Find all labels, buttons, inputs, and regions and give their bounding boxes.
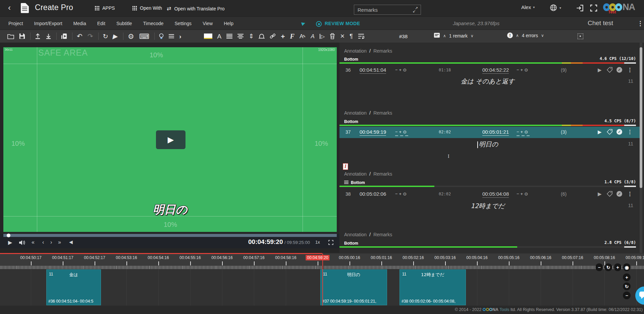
approve-check-icon[interactable]: ✓ xyxy=(616,129,622,135)
kebab-menu-icon[interactable]: ⋮ xyxy=(637,20,643,27)
video-play-button[interactable]: ▶ xyxy=(156,130,185,149)
approve-check-icon[interactable]: ✓ xyxy=(616,67,622,73)
row-kebab-icon[interactable]: ⋮ xyxy=(627,191,633,197)
start-timecode[interactable]: 00:05:02:06 xyxy=(360,191,386,198)
color-swatch-icon[interactable] xyxy=(204,34,212,39)
prev-subtitle-button[interactable]: ◀ xyxy=(69,239,73,245)
save-icon[interactable] xyxy=(19,33,25,39)
zoom-out-button[interactable]: − xyxy=(623,292,631,299)
timeline-zoom-out-button[interactable]: − xyxy=(595,263,603,271)
user-menu[interactable]: Alex ▾ xyxy=(521,4,535,10)
error-counter[interactable]: ! ∧ 4 errors ∨ xyxy=(507,33,544,38)
timeline-subtitle-block[interactable]: 1112時までだ#38 00:05:02:06- 00:05:04:08, xyxy=(399,269,466,305)
start-tc-controls[interactable]: −+⊙ xyxy=(395,191,408,196)
menu-subtitle[interactable]: Subtitle xyxy=(116,21,132,26)
subtitle-row-37-selected[interactable]: 37 00:04:59:19 −+⊙ 02:02 00:05:01:21 −+⊙… xyxy=(339,127,640,138)
tab-remarks[interactable]: Remarks xyxy=(373,171,392,177)
row-kebab-icon[interactable]: ⋮ xyxy=(627,129,633,135)
link-icon[interactable] xyxy=(270,33,276,39)
tab-annotation[interactable]: Annotation xyxy=(344,232,367,237)
playhead-line[interactable] xyxy=(322,254,323,306)
end-timecode[interactable]: 00:05:01:21 xyxy=(482,129,509,136)
menu-import-export[interactable]: Import/Export xyxy=(34,21,62,26)
row-play-icon[interactable]: ▶ xyxy=(598,67,602,73)
upload-icon[interactable] xyxy=(35,33,41,39)
start-timecode[interactable]: 00:04:59:19 xyxy=(360,129,386,136)
start-timecode[interactable]: 00:04:51:04 xyxy=(360,67,386,74)
zoom-in-button[interactable]: + xyxy=(623,273,631,281)
menu-project[interactable]: Project xyxy=(8,21,23,26)
panel-scrollbar[interactable] xyxy=(640,43,642,253)
start-tc-controls[interactable]: −+⊙ xyxy=(395,67,408,72)
row-play-icon[interactable]: ▶ xyxy=(598,129,602,135)
rewind-button[interactable]: « xyxy=(32,239,35,245)
refresh-view-button[interactable]: ↻ xyxy=(623,282,631,290)
expand-toolbar-icon[interactable]: › xyxy=(179,33,181,40)
timeline-subtitle-block[interactable]: 11金は#36 00:04:51:04- 00:04:5 xyxy=(46,269,101,305)
menu-media[interactable]: Media xyxy=(73,21,86,26)
undo-icon[interactable]: ↶ xyxy=(77,33,83,40)
volume-icon[interactable] xyxy=(19,240,25,245)
step-back-button[interactable]: ‹ xyxy=(42,239,44,245)
tag-icon[interactable] xyxy=(607,67,612,73)
playback-speed[interactable]: 1x xyxy=(315,240,320,245)
logout-icon[interactable] xyxy=(576,4,584,12)
remarks-panel[interactable]: Remarks ↗↙ xyxy=(354,5,421,15)
tab-remarks[interactable]: Remarks xyxy=(373,232,392,237)
vertical-position-icon[interactable]: ⇕ xyxy=(249,33,254,39)
refresh-icon[interactable]: ↻ xyxy=(103,33,108,40)
jet-icon[interactable]: ▶ xyxy=(301,20,306,26)
end-timecode[interactable]: 00:05:04:08 xyxy=(482,191,509,198)
end-tc-controls[interactable]: −+⊙ xyxy=(517,191,529,196)
tab-annotation[interactable]: Annotation xyxy=(344,48,367,54)
menu-help[interactable]: Help xyxy=(224,21,233,26)
delete-subtitle-icon[interactable] xyxy=(330,33,335,39)
prev-error-icon[interactable]: ∧ xyxy=(516,33,519,38)
subtitle-row-38[interactable]: 38 00:05:02:06 −+⊙ 02:02 00:05:04:08 −+⊙… xyxy=(339,189,640,199)
start-tc-controls[interactable]: −+⊙ xyxy=(395,129,408,134)
merge-bridge-icon[interactable] xyxy=(259,34,265,39)
tab-annotation[interactable]: Annotation xyxy=(344,171,367,177)
timeline[interactable]: 00:04:50:1700:04:51:1700:04:52:1700:04:5… xyxy=(0,253,644,306)
list-rows-icon[interactable] xyxy=(169,34,174,38)
send-icon[interactable]: ▶ xyxy=(112,33,119,40)
redo-icon[interactable]: ↷ xyxy=(88,33,93,40)
review-mode-label[interactable]: REVIEW MODE xyxy=(325,21,360,26)
subtitle-row-36[interactable]: 36 00:04:51:04 −+⊙ 01:18 00:04:52:22 −+⊙… xyxy=(339,65,640,75)
export-video-icon[interactable] xyxy=(61,33,67,39)
remark-counter[interactable]: ∧ 1 remark ∨ xyxy=(434,33,474,39)
bulb-icon[interactable] xyxy=(159,33,164,40)
align-justify-icon[interactable] xyxy=(226,34,232,39)
subtitle-text-36[interactable]: 金は そのあと返す xyxy=(339,77,636,86)
end-timecode[interactable]: 00:04:52:22 xyxy=(482,67,509,74)
wrap-text-icon[interactable] xyxy=(358,34,364,39)
download-icon[interactable] xyxy=(46,33,51,39)
menu-settings[interactable]: Settings xyxy=(175,21,192,26)
menu-edit[interactable]: Edit xyxy=(97,21,105,26)
row-kebab-icon[interactable]: ⋮ xyxy=(627,67,633,73)
play-from-cursor-icon[interactable]: ▷ xyxy=(320,34,325,39)
close-x-icon[interactable]: × xyxy=(340,33,344,40)
next-remark-icon[interactable]: ∨ xyxy=(471,34,474,38)
fullscreen-icon[interactable] xyxy=(590,4,598,12)
tab-annotation[interactable]: Annotation xyxy=(344,110,367,116)
pilcrow-icon[interactable]: ¶ xyxy=(350,33,353,39)
timeline-eye-button[interactable]: ◉ xyxy=(623,263,631,271)
apps-menu[interactable]: APPS xyxy=(95,5,115,11)
scrollbar-thumb[interactable] xyxy=(640,47,642,188)
open-with-menu[interactable]: Open With xyxy=(132,5,162,11)
seek-knob[interactable] xyxy=(7,234,10,237)
video-fullscreen-icon[interactable] xyxy=(328,240,334,245)
menu-timecode[interactable]: Timecode xyxy=(143,21,164,26)
font-icon[interactable]: A xyxy=(217,33,222,40)
italic-format-badge[interactable]: I xyxy=(343,163,348,170)
timeline-reset-button[interactable]: ↻ xyxy=(604,263,612,271)
tab-remarks[interactable]: Remarks xyxy=(373,48,392,54)
prev-remark-icon[interactable]: ∧ xyxy=(443,34,446,38)
subtitle-text-38[interactable]: 12時までだ xyxy=(339,202,636,210)
subtitle-text-37[interactable]: 明日の xyxy=(339,140,636,149)
playhead-timecode-label[interactable]: 00:04:59:20 xyxy=(306,255,329,260)
add-subtitle-icon[interactable]: + xyxy=(281,33,285,40)
language-menu[interactable]: ▾ xyxy=(549,4,561,12)
seek-bar[interactable] xyxy=(3,234,337,237)
